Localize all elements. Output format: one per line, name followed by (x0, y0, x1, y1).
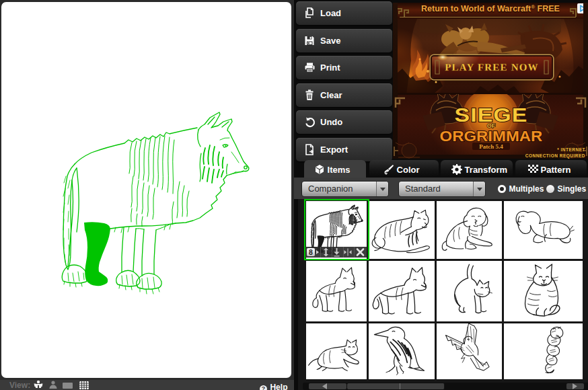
svg-text:Patch 5.4: Patch 5.4 (479, 143, 503, 150)
svg-text:PLAY FREE NOW: PLAY FREE NOW (445, 62, 539, 73)
svg-text:CONNECTION REQUIRED: CONNECTION REQUIRED (525, 153, 585, 159)
svg-text:* INTERNET: * INTERNET (557, 147, 585, 152)
svg-text:ORGRIMMAR: ORGRIMMAR (440, 128, 543, 144)
